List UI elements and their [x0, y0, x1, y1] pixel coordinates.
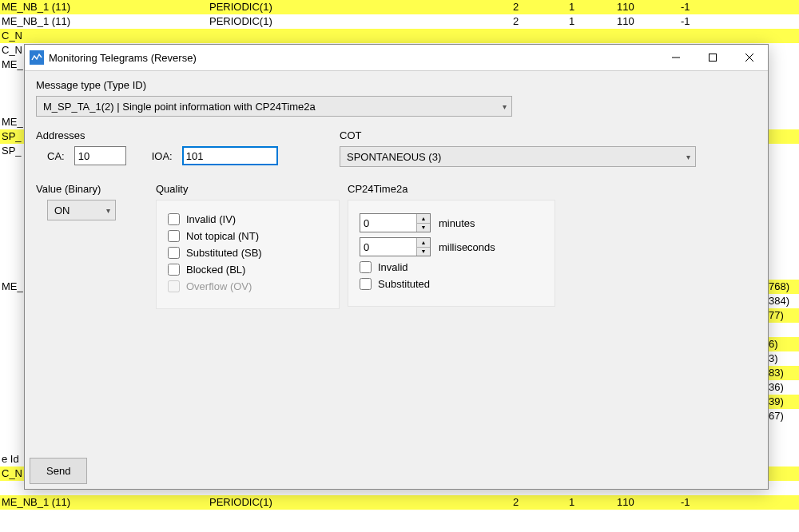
addresses-section: Addresses CA: IOA: — [36, 128, 340, 165]
table-row: ME_NB_1 (11)PERIODIC(1)21110-1 — [0, 0, 799, 14]
quality-overflow-label: Overflow (OV) — [186, 280, 252, 292]
checkbox-icon[interactable] — [360, 278, 372, 290]
minimize-button[interactable] — [658, 45, 694, 70]
close-button[interactable] — [731, 45, 768, 70]
message-type-select[interactable]: M_SP_TA_1(2) | Single point information … — [36, 96, 512, 117]
milliseconds-input[interactable] — [360, 238, 416, 256]
chevron-down-icon: ▾ — [678, 153, 690, 161]
quality-label: Quality — [156, 183, 340, 195]
quality-blocked-checkbox[interactable]: Blocked (BL) — [168, 264, 328, 276]
quality-not-topical-checkbox[interactable]: Not topical (NT) — [168, 230, 328, 242]
ca-input[interactable] — [74, 146, 126, 165]
quality-substituted-checkbox[interactable]: Substituted (SB) — [168, 247, 328, 259]
cp24-invalid-checkbox[interactable]: Invalid — [360, 261, 543, 273]
quality-substituted-label: Substituted (SB) — [186, 247, 262, 259]
addresses-label: Addresses — [36, 129, 340, 141]
stepper-down-icon[interactable]: ▼ — [417, 248, 430, 256]
ioa-input[interactable] — [182, 146, 278, 165]
chevron-down-icon: ▾ — [495, 102, 507, 111]
table-row: C_N — [0, 29, 799, 43]
titlebar: Monitoring Telegrams (Reverse) — [25, 45, 768, 71]
checkbox-icon[interactable] — [360, 261, 372, 273]
app-icon — [30, 50, 44, 65]
cp24time2a-section: CP24Time2a ▲ ▼ minutes — [348, 181, 555, 309]
value-select[interactable]: ON ▾ — [47, 200, 116, 220]
svg-rect-2 — [710, 54, 717, 62]
value-label: Value (Binary) — [36, 183, 148, 195]
background-right-column: 768)384)77)6)3)83)36)39)67) — [767, 280, 799, 423]
stepper-down-icon[interactable]: ▼ — [417, 224, 430, 232]
table-row: 3) — [767, 351, 799, 366]
table-row: ME_NB_1 (11)PERIODIC(1)21110-1 — [0, 495, 799, 510]
table-row — [767, 323, 799, 337]
checkbox-icon[interactable] — [168, 264, 180, 276]
checkbox-icon[interactable] — [168, 213, 180, 225]
value-selected: ON — [54, 204, 70, 216]
cp24-label: CP24Time2a — [348, 183, 555, 195]
table-row: 67) — [767, 409, 799, 423]
quality-invalid-checkbox[interactable]: Invalid (IV) — [168, 213, 328, 225]
table-row: 77) — [767, 308, 799, 323]
milliseconds-label: milliseconds — [439, 241, 495, 253]
checkbox-icon[interactable] — [168, 230, 180, 242]
cot-section: COT SPONTANEOUS (3) ▾ — [340, 128, 757, 167]
message-type-label: Message type (Type ID) — [36, 79, 757, 91]
cot-value: SPONTANEOUS (3) — [347, 151, 441, 163]
svg-rect-0 — [30, 50, 44, 65]
quality-not-topical-label: Not topical (NT) — [186, 230, 259, 242]
ioa-label: IOA: — [152, 150, 173, 162]
table-row: ME_NB_1 (11)PERIODIC(1)21110-1 — [0, 14, 799, 29]
message-type-value: M_SP_TA_1(2) | Single point information … — [43, 101, 316, 113]
cot-label: COT — [340, 129, 757, 141]
quality-invalid-label: Invalid (IV) — [186, 213, 236, 225]
ca-label: CA: — [47, 150, 65, 162]
minutes-label: minutes — [439, 217, 475, 229]
send-button[interactable]: Send — [30, 458, 87, 484]
stepper-up-icon[interactable]: ▲ — [417, 238, 430, 248]
quality-section: Quality Invalid (IV) Not topical (NT) Su… — [156, 181, 340, 309]
dialog-content: Message type (Type ID) M_SP_TA_1(2) | Si… — [25, 71, 768, 489]
table-row: 39) — [767, 395, 799, 409]
checkbox-icon[interactable] — [168, 247, 180, 259]
monitoring-telegrams-dialog: Monitoring Telegrams (Reverse) Message t… — [24, 44, 769, 490]
milliseconds-stepper[interactable]: ▲ ▼ — [360, 237, 431, 256]
stepper-up-icon[interactable]: ▲ — [417, 214, 430, 224]
table-row: 6) — [767, 337, 799, 351]
minutes-stepper[interactable]: ▲ ▼ — [360, 213, 431, 232]
table-row: 768) — [767, 280, 799, 294]
table-row: 83) — [767, 366, 799, 380]
table-row: 384) — [767, 294, 799, 308]
value-section: Value (Binary) ON ▾ — [36, 181, 148, 309]
cp24-invalid-label: Invalid — [378, 261, 408, 273]
window-title: Monitoring Telegrams (Reverse) — [49, 52, 658, 64]
minutes-input[interactable] — [360, 214, 416, 232]
cot-select[interactable]: SPONTANEOUS (3) ▾ — [340, 146, 696, 167]
quality-blocked-label: Blocked (BL) — [186, 264, 245, 276]
quality-overflow-checkbox: Overflow (OV) — [168, 280, 328, 292]
cp24-substituted-label: Substituted — [378, 278, 430, 290]
maximize-button[interactable] — [694, 45, 731, 70]
checkbox-icon — [168, 280, 180, 292]
cp24-substituted-checkbox[interactable]: Substituted — [360, 278, 543, 290]
table-row: 36) — [767, 380, 799, 395]
chevron-down-icon: ▾ — [98, 206, 110, 215]
